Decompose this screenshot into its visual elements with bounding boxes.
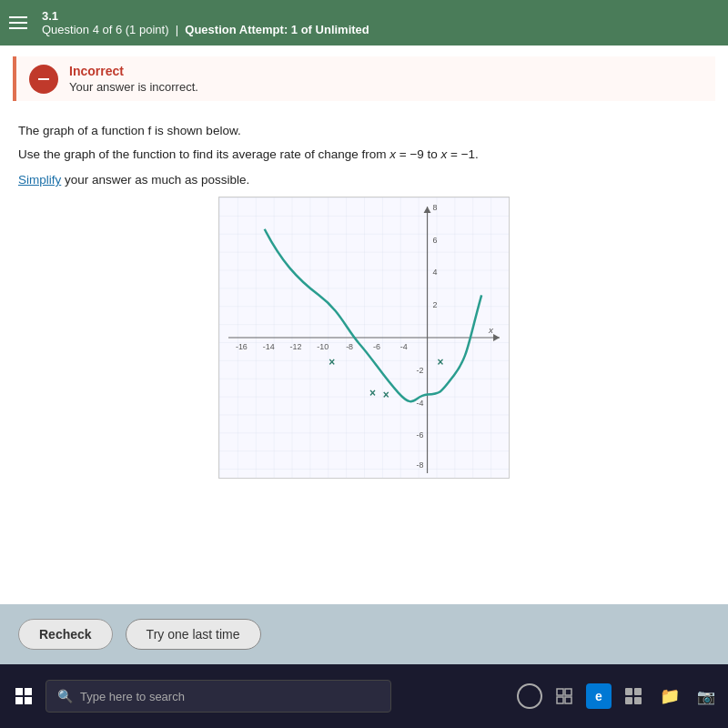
svg-rect-0 [38, 78, 49, 80]
taskbar-search[interactable]: 🔍 Type here to search [46, 680, 391, 713]
taskbar-icons: e 📁 📷 [517, 682, 721, 711]
taskbar: 🔍 Type here to search e 📁 📷 [0, 664, 728, 728]
question-line2: Use the graph of the function to find it… [18, 145, 710, 165]
search-icon: 🔍 [57, 689, 73, 703]
simplify-line: Simplify your answer as much as possible… [18, 171, 710, 187]
multitasking-icon[interactable] [550, 682, 579, 711]
graph-svg: -16 -14 -12 -10 -8 -6 -4 8 6 4 2 -2 -4 [219, 197, 509, 478]
svg-text:-8: -8 [346, 342, 353, 351]
camera-icon[interactable]: 📷 [692, 682, 721, 711]
simplify-rest: your answer as much as possible. [61, 173, 249, 187]
svg-text:-10: -10 [317, 342, 329, 351]
incorrect-text: Incorrect Your answer is incorrect. [69, 64, 198, 94]
svg-text:8: 8 [433, 203, 438, 212]
svg-text:×: × [369, 387, 376, 399]
menu-icon[interactable] [9, 16, 27, 29]
svg-text:6: 6 [433, 236, 438, 245]
graph-wrapper: -16 -14 -12 -10 -8 -6 -4 8 6 4 2 -2 -4 [18, 187, 710, 488]
feedback-message: Your answer is incorrect. [69, 80, 198, 94]
status-label: Incorrect [69, 64, 198, 78]
buttons-area: Recheck Try one last time [0, 604, 728, 664]
svg-text:-8: -8 [417, 460, 424, 470]
question-body: The graph of a function f is shown below… [0, 106, 728, 497]
header-bar: 3.1 Question 4 of 6 (1 point) | Question… [0, 0, 728, 46]
start-button[interactable] [7, 680, 40, 713]
svg-text:4: 4 [433, 268, 438, 278]
svg-text:×: × [383, 389, 389, 401]
svg-text:-6: -6 [417, 430, 424, 440]
svg-text:-4: -4 [400, 342, 408, 351]
svg-text:x: x [488, 325, 494, 335]
search-placeholder-text: Type here to search [80, 690, 185, 703]
simplify-link[interactable]: Simplify [18, 173, 61, 187]
windows-logo [15, 688, 32, 704]
svg-text:-6: -6 [373, 342, 380, 351]
svg-rect-27 [557, 689, 563, 695]
svg-text:×: × [437, 356, 443, 369]
svg-rect-28 [565, 689, 571, 695]
main-content: 3.1 Question 4 of 6 (1 point) | Question… [0, 0, 728, 664]
incorrect-banner: Incorrect Your answer is incorrect. [13, 56, 715, 101]
svg-text:2: 2 [433, 300, 438, 309]
folder-icon[interactable]: 📁 [655, 682, 684, 711]
edge-browser-icon[interactable]: e [586, 683, 612, 709]
graph-container: -16 -14 -12 -10 -8 -6 -4 8 6 4 2 -2 -4 [218, 197, 510, 479]
svg-text:-14: -14 [263, 342, 275, 351]
recheck-button[interactable]: Recheck [18, 619, 113, 650]
question-line1: The graph of a function f is shown below… [18, 121, 710, 141]
task-view-button[interactable] [517, 683, 542, 709]
question-info: Question 4 of 6 (1 point) | Question Att… [42, 23, 369, 36]
header-text: 3.1 Question 4 of 6 (1 point) | Question… [42, 9, 369, 36]
svg-rect-29 [557, 697, 563, 703]
svg-rect-30 [565, 697, 571, 703]
svg-text:-16: -16 [236, 342, 248, 351]
section-number: 3.1 [42, 9, 369, 23]
try-last-button[interactable]: Try one last time [126, 619, 261, 650]
svg-text:-12: -12 [290, 342, 302, 351]
incorrect-icon [29, 65, 58, 94]
svg-text:×: × [329, 356, 335, 369]
svg-text:-2: -2 [417, 366, 424, 375]
apps-grid-icon[interactable] [619, 682, 648, 711]
